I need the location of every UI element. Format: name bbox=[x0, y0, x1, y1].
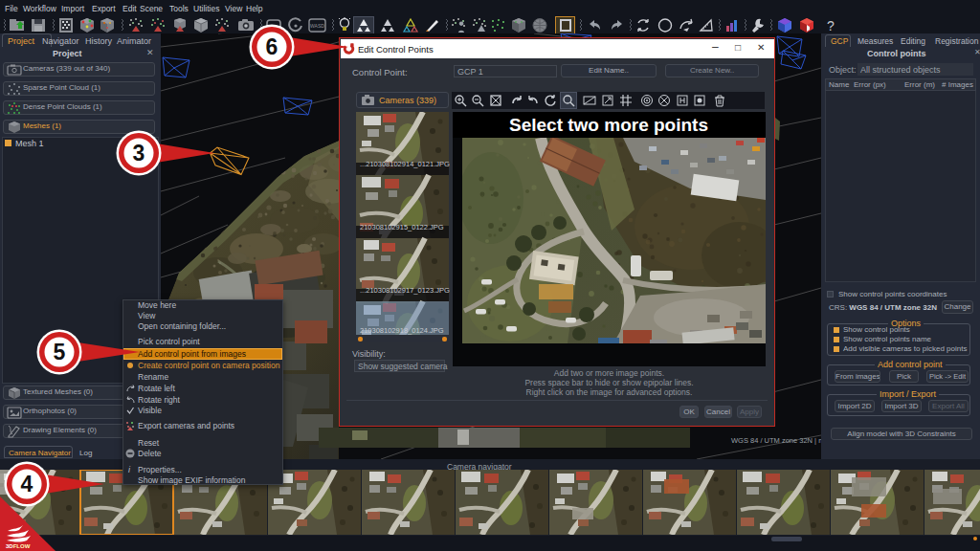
svg-text:3: 3 bbox=[133, 141, 145, 165]
svg-text:5: 5 bbox=[54, 340, 66, 364]
svg-text:6: 6 bbox=[266, 34, 278, 59]
svg-text:Select two more points: Select two more points bbox=[509, 115, 708, 135]
svg-text:3DFLOW: 3DFLOW bbox=[6, 543, 31, 549]
svg-text:4: 4 bbox=[21, 472, 33, 496]
